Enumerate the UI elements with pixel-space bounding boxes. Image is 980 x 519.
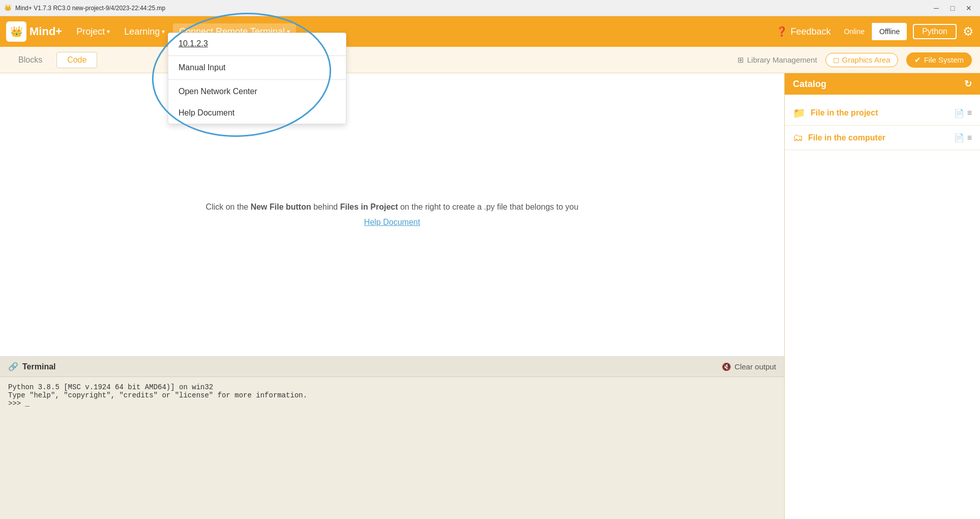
catalog-label: Catalog (793, 79, 826, 90)
app-icon: 👑 (4, 4, 12, 12)
computer-new-file-button[interactable]: 📄 (954, 133, 964, 142)
terminal-body: Python 3.8.5 [MSC v.1924 64 bit AMD64)] … (0, 377, 784, 519)
terminal-header: 🔗 Terminal 🔇 Clear output (0, 357, 784, 377)
window-controls: ─ □ ✕ (929, 3, 976, 13)
file-in-project-label: File in the project (811, 108, 954, 118)
secondary-bar-right: ⊞ Library Management ◻ Graphics Area ✔ F… (737, 52, 972, 68)
message-pre: Click on the (206, 203, 251, 211)
editor-message: Click on the New File button behind File… (206, 203, 579, 212)
file-system-button[interactable]: ✔ File System (906, 52, 972, 68)
clear-output-label: Clear output (734, 362, 776, 371)
feedback-button[interactable]: ❓ Feedback (776, 26, 830, 37)
window-title: Mind+ V1.7.3 RC3.0 new-project-9/4/2023-… (15, 5, 976, 12)
learning-menu[interactable]: Learning ▾ (118, 23, 171, 40)
editor-main: Click on the New File button behind File… (0, 73, 784, 356)
python-button[interactable]: Python (913, 24, 957, 39)
terminal-line-2: Type "help", "copyright", "credits" or "… (8, 391, 776, 399)
dropdown-item-help-document[interactable]: Help Document (168, 102, 346, 124)
menubar: 👑 Mind+ Project ▾ Learning ▾ Connect Rem… (0, 16, 980, 47)
offline-button[interactable]: Offline (872, 23, 907, 40)
mode-toggle: Online Offline (837, 23, 907, 40)
graphics-area-button[interactable]: ◻ Graphics Area (825, 53, 898, 67)
terminal-line-3: >>> _ (8, 399, 776, 408)
filesystem-icon: ✔ (914, 55, 921, 65)
file-in-computer-item[interactable]: 🗂 File in the computer 📄 ≡ (785, 126, 980, 150)
feedback-icon: ❓ (776, 26, 787, 37)
learning-menu-label: Learning (124, 26, 160, 37)
message-bold1: New File button (251, 203, 311, 211)
dropdown-divider-2 (168, 79, 346, 80)
code-tab[interactable]: Code (56, 52, 97, 68)
maximize-button[interactable]: □ (945, 3, 960, 13)
close-button[interactable]: ✕ (962, 3, 976, 13)
clear-output-icon: 🔇 (722, 362, 731, 371)
dropdown-item-ip[interactable]: 10.1.2.3 (168, 33, 346, 54)
help-document-link[interactable]: Help Document (364, 218, 420, 227)
project-item-actions: 📄 ≡ (954, 108, 972, 118)
dropdown-item-manual-input[interactable]: Manual Input (168, 57, 346, 78)
project-new-file-button[interactable]: 📄 (954, 108, 964, 118)
dropdown-menu: 10.1.2.3 Manual Input Open Network Cente… (168, 33, 346, 124)
message-bold2: Files in Project (340, 203, 398, 211)
project-menu-label: Project (76, 26, 105, 37)
project-folder-icon: 📁 (793, 107, 806, 119)
clear-output-button[interactable]: 🔇 Clear output (722, 362, 776, 371)
library-management-button[interactable]: ⊞ Library Management (737, 55, 817, 65)
graphics-icon: ◻ (833, 55, 839, 65)
blocks-tab[interactable]: Blocks (8, 52, 52, 68)
computer-item-actions: 📄 ≡ (954, 133, 972, 142)
library-management-label: Library Management (747, 55, 817, 64)
project-more-button[interactable]: ≡ (967, 108, 972, 118)
logo-area: 👑 Mind+ (6, 21, 62, 42)
terminal-title: 🔗 Terminal (8, 362, 56, 371)
computer-more-button[interactable]: ≡ (967, 133, 972, 142)
menubar-right: ❓ Feedback Online Offline Python ⚙ (776, 23, 974, 40)
terminal-section: 🔗 Terminal 🔇 Clear output Python 3.8.5 [… (0, 356, 784, 519)
project-menu-arrow: ▾ (107, 28, 110, 35)
message-mid: behind (311, 203, 340, 211)
settings-button[interactable]: ⚙ (963, 24, 974, 39)
file-in-project-item[interactable]: 📁 File in the project 📄 ≡ (785, 101, 980, 126)
project-menu[interactable]: Project ▾ (70, 23, 116, 40)
terminal-label: Terminal (22, 362, 56, 371)
file-in-computer-label: File in the computer (808, 133, 954, 142)
logo-text: Mind+ (29, 25, 62, 38)
message-post: on the right to create a .py file that b… (398, 203, 579, 211)
computer-folder-icon: 🗂 (793, 132, 803, 143)
graphics-area-label: Graphics Area (842, 55, 890, 64)
feedback-label: Feedback (790, 26, 830, 37)
logo-icon: 👑 (6, 21, 26, 42)
content-area: Click on the New File button behind File… (0, 73, 784, 519)
library-icon: ⊞ (737, 55, 744, 65)
dropdown-item-open-network[interactable]: Open Network Center (168, 81, 346, 102)
catalog-items: 📁 File in the project 📄 ≡ 🗂 File in the … (785, 95, 980, 156)
terminal-icon: 🔗 (8, 362, 18, 371)
catalog-header: Catalog ↻ (785, 73, 980, 95)
dropdown-divider-1 (168, 55, 346, 56)
secondary-bar: Blocks Code ⊞ Library Management ◻ Graph… (0, 47, 980, 73)
learning-menu-arrow: ▾ (162, 28, 165, 35)
titlebar: 👑 Mind+ V1.7.3 RC3.0 new-project-9/4/202… (0, 0, 980, 16)
online-button[interactable]: Online (837, 23, 872, 40)
catalog-refresh-button[interactable]: ↻ (964, 78, 972, 90)
minimize-button[interactable]: ─ (929, 3, 943, 13)
sidebar: Catalog ↻ 📁 File in the project 📄 ≡ 🗂 Fi… (784, 73, 980, 519)
terminal-line-1: Python 3.8.5 [MSC v.1924 64 bit AMD64)] … (8, 383, 776, 391)
main-layout: Click on the New File button behind File… (0, 73, 980, 519)
filesystem-label: File System (924, 55, 964, 64)
